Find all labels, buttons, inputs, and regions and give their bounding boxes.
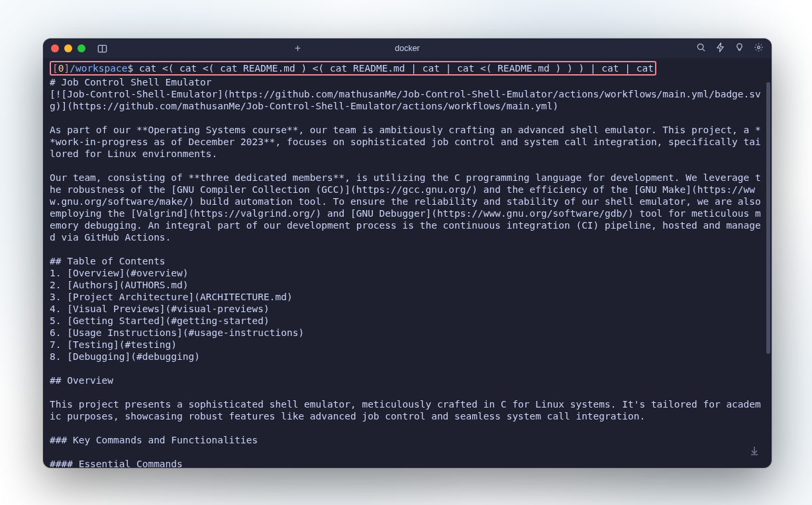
lightbulb-icon[interactable] [735,42,744,55]
close-window-button[interactable] [51,44,59,52]
split-pane-icon[interactable] [97,44,107,54]
bolt-icon[interactable] [715,42,725,55]
maximize-window-button[interactable] [77,44,85,52]
scroll-to-bottom-icon[interactable] [746,443,762,459]
prompt-path: /workspace [70,63,127,74]
prompt-dollar: $ [128,63,134,74]
terminal-window: docker + [43,38,772,468]
traffic-lights [51,44,85,52]
titlebar-right-icons [696,42,764,55]
command-text: cat <( cat <( cat README.md ) <( cat REA… [133,63,654,74]
titlebar: docker + [43,38,772,58]
tab-title[interactable]: docker [395,44,420,53]
prompt-line: [0]/workspace$ cat <( cat <( cat README.… [50,61,656,76]
scrollbar-thumb[interactable] [766,82,770,354]
search-icon[interactable] [696,42,706,55]
prompt-bracket-open: [ [52,63,58,74]
terminal-output: # Job Control Shell Emulator [![Job-Cont… [50,76,765,468]
svg-point-2 [697,44,703,49]
minimize-window-button[interactable] [64,44,72,52]
new-tab-button[interactable]: + [295,42,301,54]
svg-line-3 [703,48,705,50]
settings-icon[interactable] [754,42,764,55]
svg-point-5 [758,46,760,48]
terminal-body[interactable]: [0]/workspace$ cat <( cat <( cat README.… [43,58,772,468]
prompt-bracket-close: ] [64,63,70,74]
